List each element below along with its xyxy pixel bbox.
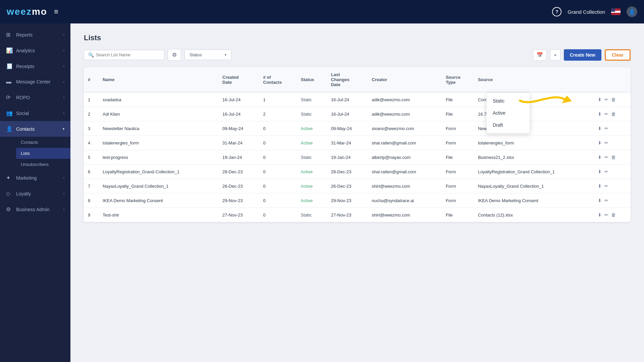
cell-name: IKEA Demo Marketing Consent [99, 193, 218, 208]
delete-icon[interactable]: 🗑 [611, 97, 616, 102]
edit-icon[interactable]: ✏ [604, 212, 608, 218]
cell-status: Active [297, 136, 327, 150]
search-box[interactable]: 🔍 [84, 50, 164, 60]
sidebar-item-contacts[interactable]: 👤 Contacts ▾ [0, 121, 70, 137]
table-row: 8 IKEA Demo Marketing Consent 29-Nov-23 … [84, 193, 631, 208]
cell-creator: shai.raiten@gmail.com [368, 136, 442, 150]
sidebar-subitem-lists[interactable]: Lists [16, 148, 70, 159]
edit-icon[interactable]: ✏ [604, 97, 608, 102]
sidebar-item-receipts[interactable]: 🧾 Receipts › [0, 58, 70, 74]
dropdown-option-static[interactable]: Static [487, 95, 530, 107]
language-flag[interactable] [611, 8, 621, 15]
col-creator: Creator [368, 67, 442, 92]
cell-contacts: 1 [259, 92, 297, 107]
layout: ⊞ Reports › 📊 Analytics › 🧾 Receipts › ▬… [0, 23, 644, 362]
calendar-button[interactable]: 📅 [533, 49, 547, 61]
edit-icon[interactable]: ✏ [604, 198, 608, 203]
table-row: 5 test-progress 19-Jan-24 0 Static 19-Ja… [84, 150, 631, 165]
cell-num: 2 [84, 107, 99, 121]
cell-status: Active [297, 179, 327, 193]
download-icon[interactable]: ⬇ [598, 183, 602, 189]
edit-icon[interactable]: ✏ [604, 111, 608, 117]
delete-icon[interactable]: 🗑 [611, 111, 616, 117]
edit-icon[interactable]: ✏ [604, 140, 608, 145]
sidebar-item-social[interactable]: 👥 Social › [0, 105, 70, 121]
download-icon[interactable]: ⬇ [598, 126, 602, 131]
edit-icon[interactable]: ✏ [604, 126, 608, 131]
edit-icon[interactable]: ✏ [604, 183, 608, 189]
lists-table-container: # Name CreatedDate # ofContacts Status L… [84, 67, 631, 222]
clear-button[interactable]: Clear [605, 49, 631, 61]
cell-actions: ⬇ ✏ [594, 193, 631, 208]
user-avatar[interactable]: 👤 [627, 6, 637, 17]
cell-num: 7 [84, 179, 99, 193]
sidebar-subitem-unsubscribers[interactable]: Unsubscribers [16, 159, 70, 170]
download-icon[interactable]: ⬇ [598, 140, 602, 145]
edit-icon[interactable]: ✏ [604, 155, 608, 160]
dropdown-option-active[interactable]: Active [487, 107, 530, 119]
cell-status: Active [297, 193, 327, 208]
sidebar-item-business-admin[interactable]: ⚙ Business Admin › [0, 201, 70, 217]
cell-creator: adik@weezmo.com [368, 92, 442, 107]
table-header-row: # Name CreatedDate # ofContacts Status L… [84, 67, 631, 92]
columns-button[interactable]: + [550, 49, 560, 60]
download-icon[interactable]: ⬇ [598, 111, 602, 117]
chevron-icon: › [63, 33, 64, 37]
sidebar-item-ropo[interactable]: ⟳ ROPO › [0, 89, 70, 105]
cell-status: Static [297, 92, 327, 107]
chevron-icon: › [63, 96, 64, 99]
cell-created: 16-Jul-24 [218, 107, 259, 121]
cell-actions: ⬇ ✏ 🗑 [594, 208, 631, 222]
cell-source: NayaxLoyalty_Grand Collection_1 [474, 179, 594, 193]
cell-source-type: File [442, 107, 474, 121]
sidebar-item-reports[interactable]: ⊞ Reports › [0, 27, 70, 43]
cell-creator: adik@weezmo.com [368, 107, 442, 121]
sidebar-item-loyalty[interactable]: ◇ Loyalty › [0, 186, 70, 201]
download-icon[interactable]: ⬇ [598, 155, 602, 160]
sidebar-item-message-center[interactable]: ▬ Message Center › [0, 74, 70, 89]
cell-status: Static [297, 107, 327, 121]
sidebar-subitem-contacts[interactable]: Contacts [16, 137, 70, 148]
chevron-icon: › [63, 111, 64, 115]
cell-contacts: 0 [259, 136, 297, 150]
table-row: 2 Adi Klien 16-Jul-24 2 Static 16-Jul-24… [84, 107, 631, 121]
create-new-button[interactable]: Create New [564, 49, 601, 61]
download-icon[interactable]: ⬇ [598, 198, 602, 203]
cell-source: totalenergies_form [474, 136, 594, 150]
ropo-icon: ⟳ [6, 94, 13, 101]
help-button[interactable]: ? [552, 7, 561, 16]
search-input[interactable] [96, 52, 160, 57]
sidebar-item-label: Business Admin [16, 207, 50, 212]
download-icon[interactable]: ⬇ [598, 212, 602, 218]
download-icon[interactable]: ⬇ [598, 169, 602, 174]
status-dropdown[interactable]: Status ▾ [184, 50, 231, 60]
delete-icon[interactable]: 🗑 [611, 155, 616, 160]
cell-last-changed: 19-Jan-24 [327, 150, 368, 165]
sidebar-item-analytics[interactable]: 📊 Analytics › [0, 43, 70, 58]
cell-last-changed: 16-Jul-24 [327, 92, 368, 107]
cell-source: Contacts (12).xlsx [474, 208, 594, 222]
col-last-changed: LastChangesDate [327, 67, 368, 92]
hamburger-menu[interactable]: ≡ [54, 7, 58, 16]
cell-source-type: Form [442, 179, 474, 193]
sidebar-item-label: Marketing [16, 175, 37, 181]
download-icon[interactable]: ⬇ [598, 97, 602, 102]
dropdown-option-draft[interactable]: Draft [487, 119, 530, 131]
reports-icon: ⊞ [6, 32, 13, 38]
filter-button[interactable]: ⚙ [168, 49, 181, 61]
cell-source-type: Form [442, 121, 474, 136]
sidebar-item-marketing[interactable]: ✦ Marketing › [0, 170, 70, 186]
sidebar-item-label: ROPO [16, 95, 30, 100]
org-name[interactable]: Grand Collection [568, 9, 605, 15]
chevron-down-icon: ▾ [225, 53, 226, 57]
edit-icon[interactable]: ✏ [604, 169, 608, 174]
cell-last-changed: 31-Mar-24 [327, 136, 368, 150]
delete-icon[interactable]: 🗑 [611, 212, 616, 218]
col-num: # [84, 67, 99, 92]
cell-contacts: 0 [259, 121, 297, 136]
cell-num: 4 [84, 136, 99, 150]
cell-last-changed: 28-Dec-23 [327, 165, 368, 179]
sidebar-item-label: Receipts [16, 64, 34, 69]
cell-contacts: 0 [259, 179, 297, 193]
cell-last-changed: 27-Nov-23 [327, 208, 368, 222]
